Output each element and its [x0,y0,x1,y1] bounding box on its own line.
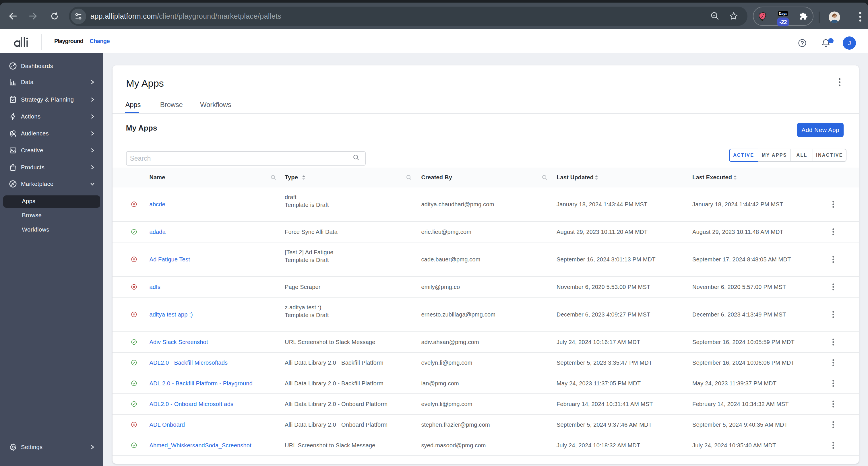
svg-text:-22: -22 [779,19,787,25]
svg-text:Days: Days [779,12,787,16]
